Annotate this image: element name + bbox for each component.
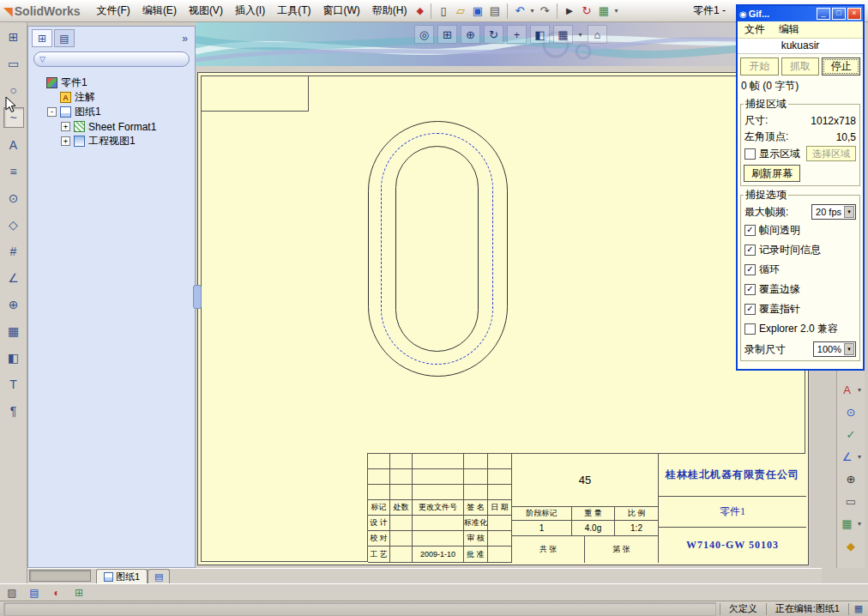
- tree-item-part[interactable]: 零件1: [30, 75, 193, 90]
- panel-splitter-handle[interactable]: [193, 285, 202, 309]
- fps-select[interactable]: 20 fps ▾: [811, 204, 856, 220]
- center-mark-tool-icon[interactable]: ⊕: [4, 295, 23, 314]
- sketch-icon[interactable]: ▨: [3, 585, 21, 600]
- show-area-checkbox-box[interactable]: [744, 148, 756, 160]
- surface-finish-icon[interactable]: ✓: [842, 426, 859, 443]
- checkbox-box[interactable]: [744, 323, 756, 335]
- sheet-tab-scrollbar[interactable]: [29, 570, 91, 582]
- display-style-dropdown-icon[interactable]: ▾: [576, 31, 584, 39]
- rebuild-icon[interactable]: ↻: [578, 3, 595, 20]
- capture-name-field[interactable]: kukuasir: [738, 39, 863, 54]
- options-dropdown-icon[interactable]: ▾: [612, 7, 620, 15]
- drawing-sheet[interactable]: 标记 处数 更改文件号 签 名 日 期 设 计 标准化 校 对 审 核 工 艺 …: [197, 72, 809, 565]
- menu-file[interactable]: 文件(F): [91, 2, 136, 20]
- select-area-button[interactable]: 选择区域: [806, 146, 856, 161]
- checkbox-box[interactable]: ✓: [744, 264, 756, 275]
- tree-item-sheet-format1[interactable]: + Sheet Format1: [30, 119, 193, 134]
- checkbox-box[interactable]: ✓: [744, 304, 756, 315]
- rotate-view-icon[interactable]: ↻: [484, 25, 503, 44]
- checkbox-loop[interactable]: ✓ 循环: [744, 260, 857, 280]
- select-icon[interactable]: ►: [561, 3, 578, 20]
- checkbox-capture-cursor[interactable]: ✓ 覆盖指针: [744, 299, 857, 319]
- drawing-canvas[interactable]: 标记 处数 更改文件号 签 名 日 期 设 计 标准化 校 对 审 核 工 艺 …: [196, 66, 811, 568]
- hatch-tool-icon[interactable]: #: [4, 242, 23, 261]
- grid-icon[interactable]: ⊞: [70, 585, 87, 600]
- gif-menu-file[interactable]: 文件: [738, 22, 772, 37]
- open-icon[interactable]: ▱: [452, 3, 469, 20]
- layer-icon[interactable]: ▤: [26, 585, 43, 600]
- text-tool-icon[interactable]: A: [4, 136, 23, 154]
- block-icon[interactable]: ◆: [842, 538, 859, 554]
- fps-dropdown-icon[interactable]: ▾: [844, 206, 854, 218]
- table-dropdown-icon[interactable]: ▾: [856, 520, 864, 528]
- filter-box[interactable]: ▽: [33, 51, 190, 67]
- feature-tree-tab[interactable]: ⊞: [32, 29, 52, 47]
- menu-edit[interactable]: 编辑(E): [136, 2, 183, 20]
- tree-expander[interactable]: +: [61, 136, 70, 146]
- redo-icon[interactable]: ↷: [536, 3, 553, 20]
- checkbox-record-timing[interactable]: ✓ 记录时间信息: [744, 240, 857, 260]
- add-sheet-tab[interactable]: ▤: [148, 569, 170, 583]
- new-document-icon[interactable]: ▯: [435, 3, 452, 20]
- dimension-tool-icon[interactable]: ∠: [4, 269, 23, 287]
- show-area-checkbox[interactable]: 显示区域: [744, 147, 800, 161]
- tree-item-drawing-view1[interactable]: + 工程视图1: [30, 134, 193, 148]
- gif-maximize-button[interactable]: □: [832, 8, 846, 20]
- options-icon[interactable]: ▦: [595, 3, 612, 20]
- undo-dropdown-icon[interactable]: ▾: [528, 7, 536, 15]
- checkbox-frame-transparency[interactable]: ✓ 帧间透明: [744, 220, 857, 240]
- rectangle-tool-icon[interactable]: ▭: [4, 54, 23, 73]
- note-icon[interactable]: A: [839, 382, 856, 398]
- gif-menu-edit[interactable]: 编辑: [772, 22, 806, 37]
- menu-view[interactable]: 视图(V): [183, 2, 229, 20]
- menu-window[interactable]: 窗口(W): [317, 2, 366, 20]
- tree-item-sheet1[interactable]: - 图纸1: [30, 105, 193, 119]
- menu-help[interactable]: 帮助(H): [366, 2, 413, 20]
- note-dropdown-icon[interactable]: ▾: [856, 386, 864, 394]
- weld-symbol-icon[interactable]: ∠: [839, 449, 856, 465]
- menu-tools[interactable]: 工具(T): [271, 2, 316, 20]
- filter-input[interactable]: [50, 53, 184, 65]
- geometric-tolerance-icon[interactable]: ⊕: [842, 471, 859, 487]
- checkbox-box[interactable]: ✓: [744, 284, 756, 295]
- checkbox-explorer-compat[interactable]: Explorer 2.0 兼容: [744, 319, 857, 339]
- tab-sheet1[interactable]: 图纸1: [96, 569, 148, 583]
- record-size-select[interactable]: 100% ▾: [813, 341, 856, 357]
- table-icon[interactable]: ▦: [839, 516, 856, 532]
- datum-feature-icon[interactable]: ▭: [842, 493, 859, 510]
- view-orientation-icon[interactable]: ⌂: [588, 25, 607, 44]
- polygon-tool-icon[interactable]: ◇: [4, 215, 23, 234]
- section-view-icon[interactable]: ◧: [530, 25, 550, 44]
- property-manager-tab[interactable]: ▤: [54, 29, 75, 47]
- print-icon[interactable]: ▤: [486, 3, 503, 20]
- stop-button[interactable]: 停止: [822, 57, 860, 75]
- status-grid-icon[interactable]: ▦: [848, 603, 868, 615]
- table-tool-icon[interactable]: ▦: [4, 322, 23, 341]
- record-size-dropdown-icon[interactable]: ▾: [844, 343, 854, 355]
- menu-insert[interactable]: 插入(I): [229, 2, 271, 20]
- checkbox-box[interactable]: ✓: [744, 245, 756, 256]
- tree-expander[interactable]: +: [61, 122, 70, 131]
- refresh-screen-button[interactable]: 刷新屏幕: [744, 165, 800, 182]
- balloon-icon[interactable]: ⊙: [842, 404, 859, 420]
- zoom-in-out-icon[interactable]: ⊕: [461, 25, 480, 44]
- checkbox-box[interactable]: ✓: [744, 225, 756, 236]
- point-tool-icon[interactable]: ⊙: [4, 189, 23, 208]
- zoom-fit-icon[interactable]: ◎: [414, 25, 434, 44]
- section-tool-icon[interactable]: ◧: [4, 348, 23, 367]
- pan-icon[interactable]: +: [507, 25, 527, 44]
- checkbox-capture-borders[interactable]: ✓ 覆盖边缘: [744, 280, 857, 299]
- color-icon[interactable]: ◐: [48, 585, 65, 600]
- display-style-icon[interactable]: ▦: [553, 25, 573, 44]
- weld-dropdown-icon[interactable]: ▾: [856, 453, 864, 461]
- view-palette-icon[interactable]: ⊞: [4, 27, 23, 46]
- note-tool-icon[interactable]: ¶: [4, 402, 23, 420]
- grab-button[interactable]: 抓取: [781, 57, 820, 75]
- panel-expand-chevron[interactable]: »: [178, 33, 191, 45]
- centerline-tool-icon[interactable]: ≡: [4, 162, 23, 181]
- start-button[interactable]: 开始: [740, 57, 779, 75]
- tree-item-annotations[interactable]: A 注解: [30, 90, 193, 105]
- gif-close-button[interactable]: ×: [847, 8, 861, 20]
- gif-minimize-button[interactable]: _: [817, 8, 830, 20]
- zoom-area-icon[interactable]: ⊞: [437, 25, 457, 44]
